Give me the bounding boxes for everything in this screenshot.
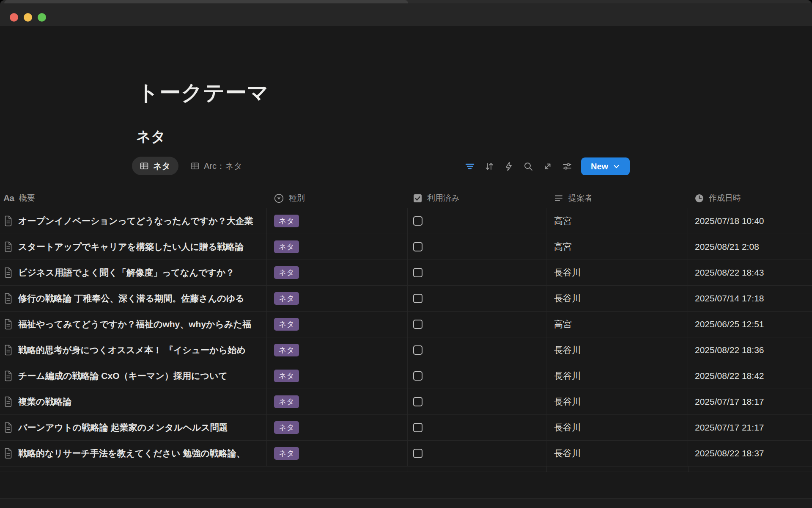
created-cell[interactable]: 2025/08/22 18:43: [688, 260, 812, 285]
page-icon: [3, 422, 13, 433]
used-cell: [408, 208, 546, 234]
database-table: Aa 概要 種別 利用済み: [0, 188, 812, 472]
view-tab-neta[interactable]: ネタ: [132, 157, 178, 175]
created-cell[interactable]: 2025/07/17 21:17: [688, 415, 812, 440]
page-icon: [3, 241, 13, 252]
type-cell[interactable]: ネタ: [267, 363, 408, 389]
table-row[interactable]: オープンイノベーションってどうなったんですか？大企業 ネタ 高宮 2025/07…: [0, 208, 812, 234]
used-cell: [408, 389, 546, 414]
created-text: 2025/08/21 2:08: [695, 242, 759, 252]
automations-button[interactable]: [499, 157, 518, 175]
proposer-cell[interactable]: 長谷川: [546, 286, 688, 311]
proposer-cell[interactable]: 長谷川: [546, 415, 688, 440]
search-button[interactable]: [518, 157, 538, 175]
created-cell[interactable]: 2025/07/18 10:40: [688, 208, 812, 234]
view-settings-button[interactable]: [557, 157, 577, 175]
summary-cell[interactable]: バーンアウトの戦略論 起業家のメンタルヘルス問題: [0, 415, 267, 440]
proposer-cell[interactable]: 高宮: [546, 208, 688, 234]
proposer-text: 長谷川: [554, 267, 581, 279]
type-cell[interactable]: ネタ: [267, 312, 408, 337]
proposer-cell[interactable]: 長谷川: [546, 441, 688, 466]
proposer-cell[interactable]: 長谷川: [546, 337, 688, 363]
table-row[interactable]: チーム編成の戦略論 CxO（キーマン）採用について ネタ 長谷川 2025/08…: [0, 363, 812, 389]
column-label: 概要: [19, 193, 35, 204]
used-checkbox[interactable]: [413, 242, 422, 251]
used-checkbox[interactable]: [413, 423, 422, 432]
created-cell[interactable]: 2025/06/25 12:51: [688, 312, 812, 337]
table-row[interactable]: 修行の戦略論 丁稚奉公、深く潜る期間。佐藤さんのゆる ネタ 長谷川 2025/0…: [0, 286, 812, 312]
database-title[interactable]: ネタ: [136, 127, 166, 146]
table-row[interactable]: 福祉やってみてどうですか？福祉のwhy、whyからみた福 ネタ 高宮 2025/…: [0, 312, 812, 337]
table-row[interactable]: ビジネス用語でよく聞く「解像度」ってなんですか？ ネタ 長谷川 2025/08/…: [0, 260, 812, 286]
new-button-label: New: [591, 162, 608, 171]
used-cell: [408, 234, 546, 260]
created-cell[interactable]: 2025/08/21 2:08: [688, 234, 812, 260]
close-window-button[interactable]: [10, 13, 18, 22]
page-title[interactable]: トークテーマ: [137, 79, 269, 107]
page-content: トークテーマ ネタ ネタ: [0, 26, 812, 508]
new-button[interactable]: New: [581, 157, 630, 175]
proposer-cell[interactable]: 長谷川: [546, 260, 688, 285]
table-row[interactable]: 複業の戦略論 ネタ 長谷川 2025/07/17 18:17: [0, 389, 812, 415]
table-row[interactable]: バーンアウトの戦略論 起業家のメンタルヘルス問題 ネタ 長谷川 2025/07/…: [0, 415, 812, 441]
zoom-window-button[interactable]: [38, 13, 46, 22]
app-window: トークテーマ ネタ ネタ: [0, 0, 812, 508]
proposer-cell[interactable]: 長谷川: [546, 363, 688, 389]
type-cell[interactable]: ネタ: [267, 337, 408, 363]
filter-button[interactable]: [460, 157, 480, 175]
summary-cell[interactable]: スタートアップでキャリアを構築したい人に贈る戦略論: [0, 234, 267, 260]
proposer-cell[interactable]: 高宮: [546, 312, 688, 337]
view-tabs: ネタ Arc：ネタ: [132, 157, 250, 175]
proposer-text: 長谷川: [554, 293, 581, 304]
type-cell[interactable]: ネタ: [267, 441, 408, 466]
table-row[interactable]: 戦略的思考が身につくオススメ本！ 『イシューから始め ネタ 長谷川 2025/0…: [0, 337, 812, 363]
created-cell[interactable]: 2025/07/14 17:18: [688, 286, 812, 311]
used-checkbox[interactable]: [413, 345, 422, 355]
used-checkbox[interactable]: [413, 268, 422, 277]
used-checkbox[interactable]: [413, 320, 422, 329]
proposer-cell[interactable]: 高宮: [546, 234, 688, 260]
summary-cell[interactable]: ビジネス用語でよく聞く「解像度」ってなんですか？: [0, 260, 267, 285]
summary-cell[interactable]: チーム編成の戦略論 CxO（キーマン）採用について: [0, 363, 267, 389]
table-row[interactable]: 戦略的なリサーチ手法を教えてください 勉強の戦略論、 ネタ 長谷川 2025/0…: [0, 441, 812, 467]
minimize-window-button[interactable]: [24, 13, 32, 22]
created-cell[interactable]: 2025/08/22 18:42: [688, 363, 812, 389]
type-tag: ネタ: [274, 344, 299, 356]
sort-button[interactable]: [480, 157, 499, 175]
column-header-proposer[interactable]: 提案者: [546, 188, 688, 208]
created-text: 2025/08/22 18:42: [695, 371, 764, 381]
type-cell[interactable]: ネタ: [267, 389, 408, 414]
used-checkbox[interactable]: [413, 449, 422, 458]
column-header-type[interactable]: 種別: [267, 188, 408, 208]
type-cell[interactable]: ネタ: [267, 260, 408, 285]
summary-cell[interactable]: 複業の戦略論: [0, 389, 267, 414]
used-checkbox[interactable]: [413, 397, 422, 406]
summary-cell[interactable]: 戦略的思考が身につくオススメ本！ 『イシューから始め: [0, 337, 267, 363]
summary-cell[interactable]: オープンイノベーションってどうなったんですか？大企業: [0, 208, 267, 234]
view-tab-arc-neta[interactable]: Arc：ネタ: [183, 157, 250, 175]
expand-button[interactable]: [538, 157, 557, 175]
column-header-created[interactable]: 作成日時: [688, 188, 812, 208]
created-text: 2025/07/17 21:17: [695, 422, 764, 433]
used-checkbox[interactable]: [413, 216, 422, 226]
lightning-icon: [504, 161, 513, 171]
summary-cell[interactable]: 戦略的なリサーチ手法を教えてください 勉強の戦略論、: [0, 441, 267, 466]
summary-cell[interactable]: 修行の戦略論 丁稚奉公、深く潜る期間。佐藤さんのゆる: [0, 286, 267, 311]
column-header-summary[interactable]: Aa 概要: [0, 188, 267, 208]
created-cell[interactable]: 2025/08/22 18:36: [688, 337, 812, 363]
used-checkbox[interactable]: [413, 371, 422, 381]
used-checkbox[interactable]: [413, 294, 422, 303]
type-cell[interactable]: ネタ: [267, 234, 408, 260]
type-tag: ネタ: [274, 292, 299, 305]
table-row[interactable]: スタートアップでキャリアを構築したい人に贈る戦略論 ネタ 高宮 2025/08/…: [0, 234, 812, 260]
type-cell[interactable]: ネタ: [267, 415, 408, 440]
type-tag: ネタ: [274, 421, 299, 434]
type-cell[interactable]: ネタ: [267, 208, 408, 234]
column-header-used[interactable]: 利用済み: [408, 188, 546, 208]
proposer-cell[interactable]: 長谷川: [546, 389, 688, 414]
summary-cell[interactable]: 福祉やってみてどうですか？福祉のwhy、whyからみた福: [0, 312, 267, 337]
type-cell[interactable]: ネタ: [267, 286, 408, 311]
used-cell: [408, 312, 546, 337]
created-cell[interactable]: 2025/08/22 18:37: [688, 441, 812, 466]
created-cell[interactable]: 2025/07/17 18:17: [688, 389, 812, 414]
